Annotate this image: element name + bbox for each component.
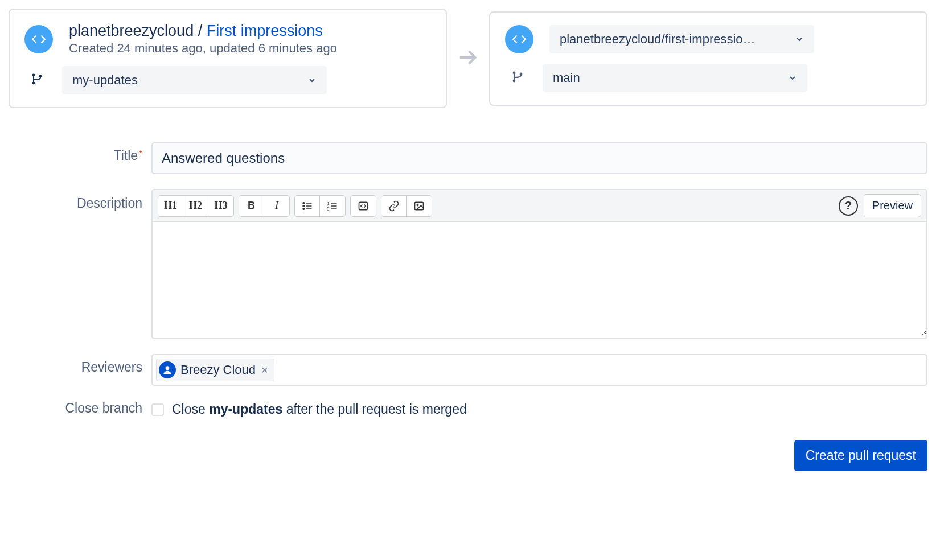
branch-icon — [30, 71, 46, 89]
reviewers-input[interactable]: Breezy Cloud × — [151, 354, 927, 386]
svg-point-1 — [32, 82, 35, 85]
svg-text:3: 3 — [327, 207, 330, 211]
editor-toolbar: H1 H2 H3 B I 123 — [153, 190, 926, 222]
branch-icon — [511, 69, 527, 87]
numbered-list-button[interactable]: 123 — [320, 196, 345, 216]
dest-repo-select[interactable]: planetbreezycloud/first-impressio… — [549, 25, 814, 53]
svg-point-8 — [303, 205, 305, 207]
close-branch-checkbox[interactable] — [151, 403, 164, 416]
remove-reviewer-button[interactable]: × — [260, 364, 269, 377]
avatar-icon — [159, 361, 176, 378]
svg-point-22 — [166, 366, 170, 370]
pr-form: Title* Description H1 H2 H3 B I — [9, 142, 927, 417]
source-repo-link[interactable]: First impressions — [207, 22, 323, 39]
create-pull-request-button[interactable]: Create pull request — [794, 440, 927, 471]
svg-point-4 — [513, 71, 516, 74]
h2-button[interactable]: H2 — [183, 196, 208, 216]
svg-point-0 — [32, 74, 35, 77]
image-button[interactable] — [407, 196, 432, 216]
arrow-right-icon — [457, 47, 479, 71]
compare-branches-row: planetbreezycloud / First impressions Cr… — [9, 9, 927, 108]
reviewer-name: Breezy Cloud — [180, 363, 256, 377]
bullet-list-button[interactable] — [295, 196, 320, 216]
help-button[interactable]: ? — [839, 196, 858, 216]
preview-button[interactable]: Preview — [864, 194, 921, 217]
h1-button[interactable]: H1 — [158, 196, 183, 216]
title-label: Title* — [9, 142, 142, 163]
h3-button[interactable]: H3 — [208, 196, 233, 216]
dest-branch-select[interactable]: main — [543, 64, 807, 92]
svg-point-6 — [520, 72, 523, 75]
description-textarea[interactable] — [153, 222, 926, 336]
italic-button[interactable]: I — [264, 196, 289, 216]
svg-point-21 — [417, 204, 418, 206]
code-icon — [505, 25, 533, 53]
description-editor: H1 H2 H3 B I 123 — [151, 189, 927, 339]
close-branch-label: Close branch — [9, 401, 142, 416]
svg-point-2 — [39, 75, 42, 78]
reviewers-label: Reviewers — [9, 354, 142, 375]
source-panel: planetbreezycloud / First impressions Cr… — [9, 9, 447, 108]
code-button[interactable] — [351, 196, 376, 216]
reviewer-chip: Breezy Cloud × — [156, 359, 274, 381]
bold-button[interactable]: B — [239, 196, 264, 216]
source-branch-select[interactable]: my-updates — [62, 66, 327, 94]
source-owner: planetbreezycloud — [69, 22, 194, 39]
svg-point-5 — [513, 79, 516, 82]
svg-point-7 — [303, 202, 305, 204]
description-label: Description — [9, 189, 142, 211]
code-icon — [24, 25, 53, 53]
close-branch-text: Close my-updates after the pull request … — [172, 402, 467, 417]
dest-panel: planetbreezycloud/first-impressio… main — [489, 11, 927, 106]
source-repo-title: planetbreezycloud / First impressions — [69, 22, 337, 40]
title-input[interactable] — [151, 142, 927, 174]
link-button[interactable] — [381, 196, 407, 216]
source-subtitle: Created 24 minutes ago, updated 6 minute… — [69, 41, 337, 56]
svg-point-9 — [303, 208, 305, 209]
